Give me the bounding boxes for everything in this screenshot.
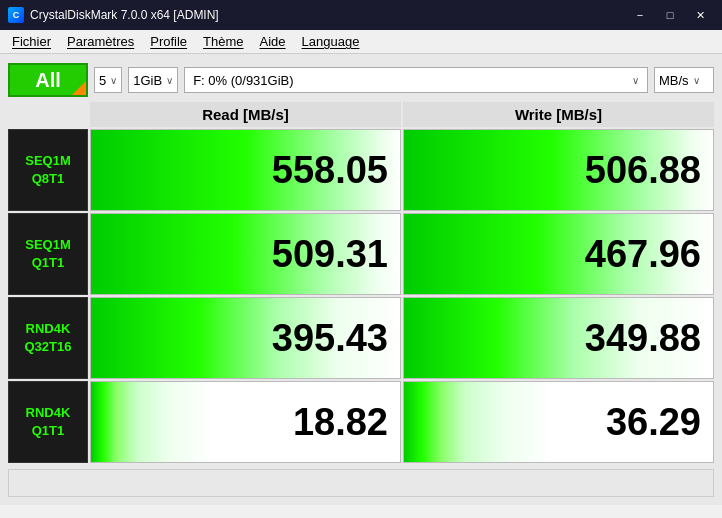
menu-bar: Fichier Paramètres Profile Thème Aide La… <box>0 30 722 54</box>
app-icon: C <box>8 7 24 23</box>
benchmark-table: Read [MB/s] Write [MB/s] SEQ1M Q8T1 558.… <box>8 102 714 463</box>
read-header: Read [MB/s] <box>90 102 401 127</box>
close-button[interactable]: ✕ <box>686 5 714 25</box>
size-select[interactable]: 1GiB ∨ <box>128 67 178 93</box>
count-select[interactable]: 5 ∨ <box>94 67 122 93</box>
table-row: SEQ1M Q1T1 509.31 467.96 <box>8 213 714 295</box>
size-arrow: ∨ <box>166 75 173 86</box>
menu-language[interactable]: Language <box>294 32 368 51</box>
menu-fichier[interactable]: Fichier <box>4 32 59 51</box>
row-2-read: 395.43 <box>90 297 401 379</box>
row-2-write: 349.88 <box>403 297 714 379</box>
row-3-write: 36.29 <box>403 381 714 463</box>
main-content: All 5 ∨ 1GiB ∨ F: 0% (0/931GiB) ∨ MB/s ∨… <box>0 54 722 505</box>
drive-arrow: ∨ <box>632 75 639 86</box>
window-controls: − □ ✕ <box>626 5 714 25</box>
menu-parametres[interactable]: Paramètres <box>59 32 142 51</box>
row-3-label: RND4K Q1T1 <box>8 381 88 463</box>
row-1-label: SEQ1M Q1T1 <box>8 213 88 295</box>
row-3-read: 18.82 <box>90 381 401 463</box>
table-row: SEQ1M Q8T1 558.05 506.88 <box>8 129 714 211</box>
row-2-label: RND4K Q32T16 <box>8 297 88 379</box>
toolbar: All 5 ∨ 1GiB ∨ F: 0% (0/931GiB) ∨ MB/s ∨ <box>8 62 714 98</box>
maximize-button[interactable]: □ <box>656 5 684 25</box>
minimize-button[interactable]: − <box>626 5 654 25</box>
table-row: RND4K Q32T16 395.43 349.88 <box>8 297 714 379</box>
count-arrow: ∨ <box>110 75 117 86</box>
all-button[interactable]: All <box>8 63 88 97</box>
window-title: CrystalDiskMark 7.0.0 x64 [ADMIN] <box>30 8 626 22</box>
row-0-label: SEQ1M Q8T1 <box>8 129 88 211</box>
menu-profile[interactable]: Profile <box>142 32 195 51</box>
unit-arrow: ∨ <box>693 75 700 86</box>
menu-theme[interactable]: Thème <box>195 32 251 51</box>
bench-header-row: Read [MB/s] Write [MB/s] <box>90 102 714 127</box>
row-1-read: 509.31 <box>90 213 401 295</box>
unit-select[interactable]: MB/s ∨ <box>654 67 714 93</box>
row-0-read: 558.05 <box>90 129 401 211</box>
drive-select[interactable]: F: 0% (0/931GiB) ∨ <box>184 67 648 93</box>
row-0-write: 506.88 <box>403 129 714 211</box>
footer-bar <box>8 469 714 497</box>
menu-aide[interactable]: Aide <box>252 32 294 51</box>
row-1-write: 467.96 <box>403 213 714 295</box>
table-row: RND4K Q1T1 18.82 36.29 <box>8 381 714 463</box>
write-header: Write [MB/s] <box>403 102 714 127</box>
title-bar: C CrystalDiskMark 7.0.0 x64 [ADMIN] − □ … <box>0 0 722 30</box>
